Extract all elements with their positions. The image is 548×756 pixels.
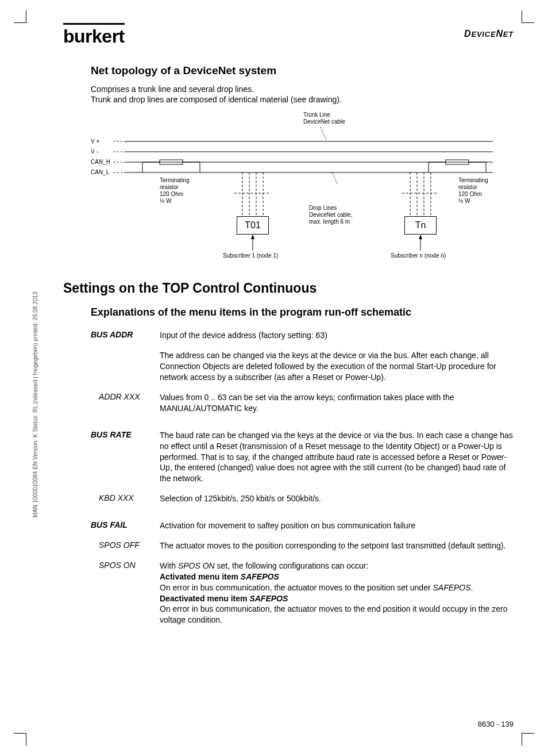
term-resistor-left: Terminating resistor 120 Ohm ¼ W xyxy=(160,177,190,205)
term-resistor-right: Terminating resistor 120 Ohm ¼ W xyxy=(458,177,488,205)
desc-bus-fail: Activation for movement to saftey positi… xyxy=(160,520,514,531)
spos-on-ital: SPOS ON xyxy=(178,561,215,570)
desc-addr-xxx: Values from 0 .. 63 can be set via the a… xyxy=(160,392,514,414)
spos-on-h1: Activated menu item xyxy=(160,572,241,581)
svg-marker-31 xyxy=(251,235,254,239)
term-spacer xyxy=(91,350,160,383)
node-tn: Tn xyxy=(404,216,437,235)
intro-line2: Trunk and drop lines are composed of ide… xyxy=(91,94,514,105)
section2-title: Settings on the TOP Control Continuous xyxy=(63,281,514,296)
def-row: BUS RATE The baud rate can be changed vi… xyxy=(91,430,514,484)
section2-subtitle: Explanations of the menu items in the pr… xyxy=(91,306,514,318)
section-title: Net topology of a DeviceNet system xyxy=(91,64,514,77)
can-l-label: CAN_L xyxy=(91,169,109,176)
can-h-label: CAN_H xyxy=(91,159,110,166)
term-spos-on: SPOS ON xyxy=(91,561,160,625)
brand-logo: burkert xyxy=(63,23,125,47)
drop-lines-label: Drop Lines DeviceNet cable, max. length … xyxy=(309,205,353,225)
header-right: DEVICENET xyxy=(464,29,514,39)
node-t01: T01 xyxy=(237,216,269,235)
svg-line-29 xyxy=(332,172,338,185)
intro-line1: Comprises a trunk line and several drop … xyxy=(91,84,514,94)
subscriber1-label: Subscriber 1 (node 1) xyxy=(223,252,278,259)
side-metadata: MAN 1000010084 EN Version: K Status: RL … xyxy=(32,292,38,517)
term-spos-off: SPOS OFF xyxy=(91,540,160,551)
crop-mark xyxy=(522,733,534,746)
def-row: KBD XXX Selection of 125kbit/s, 250 kbit… xyxy=(91,493,514,504)
svg-marker-33 xyxy=(419,235,422,239)
spos-on-p2b: SAFEPOS xyxy=(433,583,470,592)
spos-on-p2c: . xyxy=(471,583,473,592)
v-minus-label: V - xyxy=(91,148,98,155)
term-bus-rate: BUS RATE xyxy=(91,430,160,484)
def-row: BUS FAIL Activation for movement to saft… xyxy=(91,520,514,531)
crop-mark xyxy=(522,10,534,23)
desc-bus-addr1: Input of the device address (factory set… xyxy=(160,330,514,341)
page-content: burkert DEVICENET Net topology of a Devi… xyxy=(63,23,514,733)
spos-on-p3: On error in bus communication, the actua… xyxy=(160,604,507,624)
spos-on-text: With xyxy=(160,561,178,570)
page-footer: 8630 - 139 xyxy=(478,720,514,728)
spos-on-text: set, the following configurations can oc… xyxy=(215,561,369,570)
svg-line-28 xyxy=(321,127,326,140)
crop-mark xyxy=(14,733,26,746)
desc-spos-on: With SPOS ON set, the following configur… xyxy=(160,561,514,625)
def-row: ADDR XXX Values from 0 .. 63 can be set … xyxy=(91,392,514,414)
term-addr-xxx: ADDR XXX xyxy=(91,392,160,414)
crop-mark xyxy=(14,10,26,23)
spos-on-p2: On error in bus communication, the actua… xyxy=(160,583,433,592)
desc-bus-addr2: The address can be changed via the keys … xyxy=(160,350,514,383)
v-plus-label: V + xyxy=(91,138,99,145)
spos-on-h2: Deactivated menu item xyxy=(160,594,249,603)
def-row: SPOS OFF The actuator moves to the posit… xyxy=(91,540,514,551)
topology-diagram: Trunk Line DeviceNet cable V + V - CAN_H… xyxy=(91,113,504,267)
def-row: BUS ADDR Input of the device address (fa… xyxy=(91,330,514,341)
definitions-list: BUS ADDR Input of the device address (fa… xyxy=(91,330,514,625)
desc-spos-off: The actuator moves to the position corre… xyxy=(160,540,514,551)
desc-bus-rate: The baud rate can be changed via the key… xyxy=(160,430,514,484)
def-row: SPOS ON With SPOS ON set, the following … xyxy=(91,561,514,625)
spos-on-h1b: SAFEPOS xyxy=(241,572,279,581)
def-row: The address can be changed via the keys … xyxy=(91,350,514,383)
desc-kbd-xxx: Selection of 125kbit/s, 250 kbit/s or 50… xyxy=(160,493,514,504)
subscribern-label: Subscriber n (node n) xyxy=(391,252,446,259)
term-bus-addr: BUS ADDR xyxy=(91,330,160,341)
term-kbd-xxx: KBD XXX xyxy=(91,493,160,504)
term-bus-fail: BUS FAIL xyxy=(91,520,160,531)
trunk-label: Trunk Line DeviceNet cable xyxy=(303,112,345,125)
spos-on-h2b: SAFEPOS xyxy=(249,594,288,603)
